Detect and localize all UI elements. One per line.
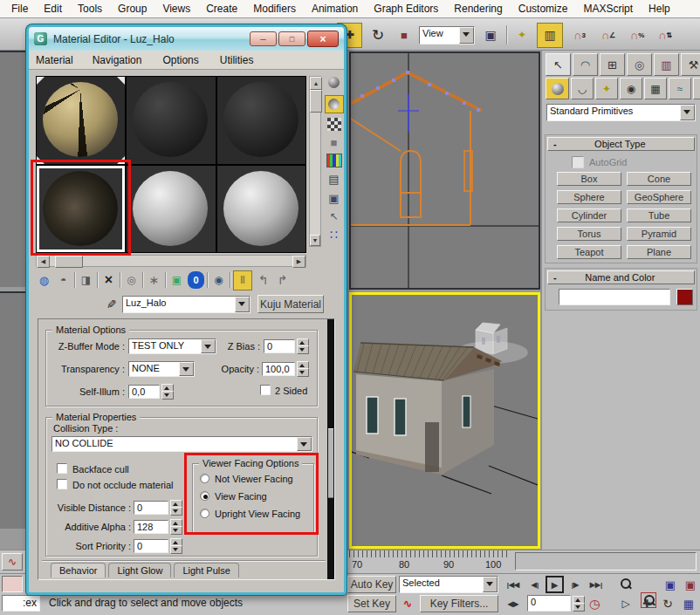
tab-light-pulse[interactable]: Light Pulse (174, 563, 238, 577)
viewport-top-left-sliver[interactable] (0, 51, 26, 287)
additive-alpha-spinner[interactable] (170, 519, 181, 534)
scroll-thumb[interactable] (55, 256, 83, 268)
spinner-snap-button[interactable]: ∩⇅ (654, 24, 676, 46)
tab-hierarchy[interactable]: ⊞ (600, 53, 625, 76)
sample-uv-tiling-button[interactable]: ■ (326, 135, 343, 149)
rollout-scrollbar-track[interactable] (327, 319, 334, 579)
min-max-toggle-button[interactable]: ▦ (681, 596, 697, 612)
previous-frame-button[interactable]: ◀| (527, 577, 543, 592)
sample-type-button[interactable] (326, 74, 343, 91)
zoom-extents-button[interactable]: ▣ (662, 577, 678, 592)
material-name-dropdown[interactable]: Luz_Halo (122, 296, 250, 313)
dropdown-arrow-icon[interactable] (680, 105, 695, 120)
button-cylinder[interactable]: Cylinder (557, 208, 621, 222)
angle-snap-button[interactable]: ∩∠ (596, 24, 621, 46)
auto-key-button[interactable]: Auto Key (347, 576, 396, 593)
assign-material-button[interactable]: ◨ (78, 271, 94, 289)
dropdown-arrow-icon[interactable] (297, 437, 312, 451)
percent-snap-button[interactable]: ∩% (625, 24, 649, 46)
zbias-spinner[interactable] (297, 338, 307, 353)
dropdown-arrow-icon[interactable] (201, 339, 216, 353)
maximize-button[interactable]: □ (278, 31, 305, 46)
set-key-button[interactable]: Set Key (347, 595, 396, 612)
zbuffer-mode-dropdown[interactable]: TEST ONLY (128, 338, 216, 354)
background-button[interactable] (327, 118, 341, 131)
menu-create[interactable]: Create (198, 3, 245, 15)
mini-listener-pink-line[interactable] (2, 576, 23, 592)
set-key-curve-icon[interactable]: ∿ (400, 595, 415, 612)
tab-create[interactable]: ↖ (546, 53, 571, 76)
go-to-parent-button[interactable]: ↰ (255, 271, 271, 289)
select-rotate-button[interactable]: ↻ (367, 24, 389, 46)
button-plane[interactable]: Plane (627, 245, 691, 259)
sample-horizontal-scrollbar[interactable]: ◀ ▶ (36, 255, 306, 267)
scroll-left-button[interactable]: ◀ (37, 256, 50, 268)
tab-modify[interactable]: ◠ (573, 53, 598, 76)
zbias-field[interactable]: 0 (264, 339, 295, 353)
self-illum-field[interactable]: 0,0 (128, 385, 160, 399)
menu-views[interactable]: Views (154, 3, 198, 15)
menu-edit[interactable]: Edit (36, 3, 70, 15)
button-torus[interactable]: Torus (557, 227, 621, 241)
sort-priority-field[interactable]: 0 (134, 539, 168, 553)
scroll-thumb[interactable] (310, 90, 322, 113)
menu-tools[interactable]: Tools (70, 3, 110, 15)
dialog-title-bar[interactable]: G Material Editor - Luz_Halo ─ □ × (29, 27, 344, 51)
select-manipulate-button[interactable]: ✦ (511, 24, 532, 46)
tab-motion[interactable]: ◎ (627, 53, 652, 76)
select-scale-button[interactable]: ■ (394, 24, 415, 46)
frame-spinner[interactable] (573, 596, 583, 611)
backlight-button[interactable] (325, 95, 344, 113)
video-color-check-button[interactable] (326, 154, 342, 167)
time-configuration-button[interactable]: ◷ (587, 595, 602, 612)
reset-map-button[interactable]: × (100, 271, 117, 289)
go-to-start-button[interactable]: |◀◀ (504, 577, 522, 592)
key-filters-button[interactable]: Key Filters... (420, 595, 498, 612)
button-geosphere[interactable]: GeoSphere (627, 190, 691, 204)
two-sided-checkbox[interactable] (260, 385, 271, 395)
spinner-down-icon[interactable] (161, 391, 174, 400)
spinner-down-icon[interactable] (297, 345, 309, 354)
arc-rotate-button[interactable]: ↻ (660, 596, 676, 612)
zoom-button[interactable] (618, 577, 634, 592)
visible-distance-field[interactable]: 0 (134, 501, 168, 515)
category-helpers-button[interactable]: ▦ (644, 78, 667, 99)
me-menu-navigation[interactable]: Navigation (82, 54, 153, 66)
menu-maxscript[interactable]: MAXScript (575, 3, 641, 15)
me-menu-options[interactable]: Options (152, 54, 209, 66)
open-mini-curve-editor-button[interactable]: ∿ (2, 553, 23, 571)
self-illum-spinner[interactable] (161, 384, 172, 399)
me-menu-material[interactable]: Material (36, 54, 82, 66)
keyboard-override-button[interactable]: ▥ (537, 23, 563, 48)
spinner-down-icon[interactable] (170, 507, 182, 516)
dropdown-arrow-icon[interactable] (235, 297, 250, 312)
opacity-field[interactable]: 100,0 (262, 362, 295, 376)
material-map-navigator-button[interactable]: ∷ (326, 227, 343, 243)
spinner-down-icon[interactable] (170, 526, 182, 535)
go-forward-sibling-button[interactable]: ↱ (274, 271, 291, 289)
next-frame-button[interactable]: |▶ (567, 577, 583, 592)
spinner-down-icon[interactable] (297, 368, 309, 377)
button-tube[interactable]: Tube (627, 208, 691, 222)
selection-set-dropdown[interactable]: Selected (399, 576, 498, 593)
do-not-occlude-checkbox[interactable] (57, 479, 67, 489)
autogrid-checkbox[interactable] (572, 156, 584, 168)
menu-modifiers[interactable]: Modifiers (245, 3, 304, 15)
show-end-result-button[interactable]: ‖ (233, 270, 252, 290)
button-pyramid[interactable]: Pyramid (627, 227, 691, 241)
opacity-spinner[interactable] (297, 361, 307, 376)
viewport-front[interactable] (349, 51, 540, 290)
collision-type-dropdown[interactable]: NO COLLIDE (51, 436, 312, 452)
material-id-channel-button[interactable]: 0 (188, 271, 204, 289)
sample-slot-1[interactable] (37, 77, 125, 164)
dropdown-arrow-icon[interactable] (459, 27, 474, 44)
key-mode-toggle-button[interactable]: ◀▶ (504, 596, 522, 612)
menu-graph-editors[interactable]: Graph Editors (366, 3, 446, 15)
dropdown-arrow-icon[interactable] (483, 577, 498, 592)
play-button[interactable]: ▶ (546, 576, 564, 593)
primitive-category-dropdown[interactable]: Standard Primitives (546, 104, 696, 121)
dropdown-arrow-icon[interactable] (179, 362, 194, 376)
menu-file[interactable]: File (3, 3, 36, 15)
button-cone[interactable]: Cone (627, 172, 691, 186)
mini-listener-text[interactable]: :ex (2, 595, 40, 612)
